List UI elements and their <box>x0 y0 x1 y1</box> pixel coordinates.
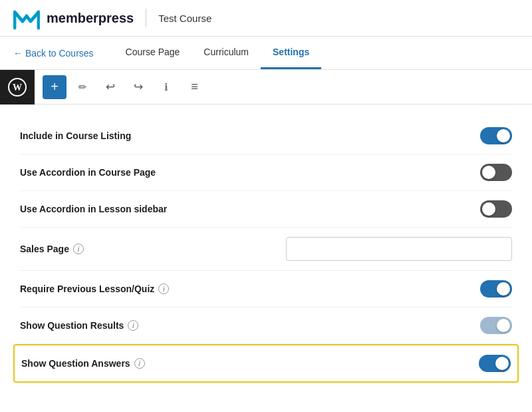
sales-page-input-control[interactable] <box>286 237 512 261</box>
setting-label-accordion-lesson-sidebar: Use Accordion in Lesson sidebar <box>20 204 167 214</box>
settings-content: Include in Course Listing Use Accordion … <box>0 104 532 396</box>
logo-area: memberpress <box>13 7 134 30</box>
toggle-show-question-answers[interactable] <box>479 355 511 372</box>
toggle-show-question-results[interactable] <box>480 317 512 334</box>
info-icon-show-results[interactable]: i <box>128 320 138 331</box>
toggle-thumb <box>482 166 495 179</box>
sales-page-input[interactable] <box>286 237 512 261</box>
info-icon-sales-page[interactable]: i <box>73 244 84 254</box>
svg-text:W: W <box>13 83 22 93</box>
toggle-accordion-course-page[interactable] <box>480 164 512 181</box>
toggle-include-course-listing[interactable] <box>480 127 512 144</box>
toggle-switch[interactable] <box>480 127 512 144</box>
header-divider <box>146 9 146 27</box>
edit-button[interactable]: ✏ <box>70 75 94 99</box>
setting-row-accordion-course-page: Use Accordion in Course Page <box>20 154 512 191</box>
tab-settings[interactable]: Settings <box>261 37 321 69</box>
tab-curriculum[interactable]: Curriculum <box>192 37 261 69</box>
toggle-thumb <box>497 319 510 332</box>
setting-label-require-previous-lesson: Require Previous Lesson/Quiz i <box>20 284 169 294</box>
setting-label-accordion-course-page: Use Accordion in Course Page <box>20 167 156 178</box>
course-title: Test Course <box>158 13 211 24</box>
toggle-thumb <box>495 357 509 370</box>
tab-course-page[interactable]: Course Page <box>114 37 192 69</box>
setting-label-include-course-listing: Include in Course Listing <box>20 130 131 141</box>
toggle-thumb <box>497 282 510 296</box>
setting-row-show-question-results: Show Question Results i <box>20 308 512 344</box>
toggle-thumb <box>482 202 495 216</box>
setting-label-show-question-results: Show Question Results i <box>20 320 138 331</box>
toggle-switch[interactable] <box>479 355 511 372</box>
toggle-switch[interactable] <box>480 317 512 334</box>
info-icon-require-previous[interactable]: i <box>158 284 169 294</box>
brand-name: memberpress <box>47 11 134 26</box>
undo-button[interactable]: ↩ <box>98 75 122 99</box>
setting-row-accordion-lesson-sidebar: Use Accordion in Lesson sidebar <box>20 191 512 228</box>
memberpress-logo <box>13 7 40 30</box>
toolbar-tools: + ✏ ↩ ↪ ℹ ≡ <box>35 75 214 99</box>
setting-label-sales-page: Sales Page i <box>20 244 84 254</box>
wp-icon-block: W <box>0 70 35 104</box>
redo-button[interactable]: ↪ <box>126 75 150 99</box>
info-button[interactable]: ℹ <box>154 75 178 99</box>
nav-tabs: Course Page Curriculum Settings <box>114 37 322 69</box>
toggle-thumb <box>497 129 510 142</box>
toggle-accordion-lesson-sidebar[interactable] <box>480 200 512 218</box>
toggle-switch[interactable] <box>480 200 512 218</box>
toolbar: W + ✏ ↩ ↪ ℹ ≡ <box>0 70 532 104</box>
toggle-switch[interactable] <box>480 164 512 181</box>
app-header: memberpress Test Course <box>0 0 532 37</box>
toggle-require-previous-lesson[interactable] <box>480 280 512 298</box>
setting-row-include-course-listing: Include in Course Listing <box>20 118 512 154</box>
wordpress-icon: W <box>8 78 27 97</box>
setting-label-show-question-answers: Show Question Answers i <box>21 358 145 369</box>
info-icon-show-answers[interactable]: i <box>134 358 145 369</box>
setting-row-show-question-answers: Show Question Answers i <box>13 344 519 383</box>
back-to-courses-link[interactable]: ← Back to Courses <box>13 48 94 59</box>
nav-bar: ← Back to Courses Course Page Curriculum… <box>0 37 532 70</box>
add-block-button[interactable]: + <box>43 75 66 99</box>
menu-button[interactable]: ≡ <box>182 75 206 99</box>
toggle-switch[interactable] <box>480 280 512 298</box>
setting-row-sales-page: Sales Page i <box>20 228 512 271</box>
setting-row-require-previous-lesson: Require Previous Lesson/Quiz i <box>20 271 512 308</box>
